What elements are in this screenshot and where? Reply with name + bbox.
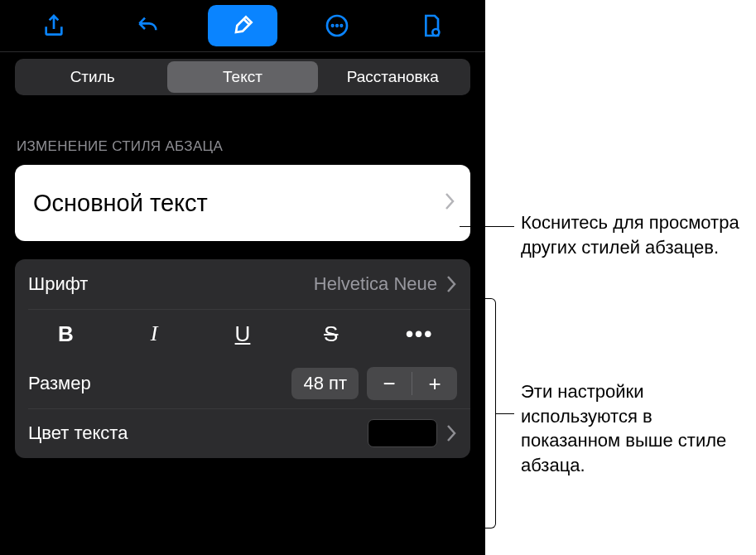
chevron-right-icon: [445, 423, 457, 443]
callout-paragraph-styles: Коснитесь для просмотра других стилей аб…: [521, 210, 744, 259]
share-button[interactable]: [19, 5, 89, 46]
paintbrush-icon: [229, 12, 256, 39]
text-color-swatch[interactable]: [368, 419, 437, 447]
format-buttons-row: B I U S •••: [15, 309, 470, 359]
size-row: Размер 48 пт − +: [15, 359, 470, 408]
text-panel: ИЗМЕНЕНИЕ СТИЛЯ АБЗАЦА Основной текст Шр…: [0, 95, 485, 458]
undo-icon: [135, 12, 161, 39]
chevron-right-icon: [444, 190, 455, 217]
more-circle-icon: [324, 12, 350, 39]
size-label: Размер: [28, 373, 91, 394]
tab-style[interactable]: Стиль: [17, 61, 167, 93]
app-toolbar: [0, 0, 485, 51]
paragraph-style-row[interactable]: Основной текст: [15, 165, 470, 241]
paragraph-style-name: Основной текст: [33, 190, 208, 217]
tab-arrange[interactable]: Расстановка: [318, 61, 468, 93]
callout-leader: [496, 413, 514, 414]
bold-button[interactable]: B: [22, 309, 110, 359]
size-value[interactable]: 48 пт: [291, 368, 359, 399]
format-button[interactable]: [208, 5, 277, 46]
insert-button[interactable]: [302, 5, 372, 46]
svg-point-1: [332, 25, 334, 27]
font-value: Helvetica Neue: [314, 273, 437, 295]
toolbar-divider: [0, 51, 485, 52]
font-row[interactable]: Шрифт Helvetica Neue: [15, 259, 470, 309]
text-properties: Шрифт Helvetica Neue B I U S ••• Размер …: [15, 259, 470, 458]
format-panel: Стиль Текст Расстановка ИЗМЕНЕНИЕ СТИЛЯ …: [0, 0, 485, 555]
more-formatting-button[interactable]: •••: [375, 309, 464, 359]
svg-point-5: [434, 30, 438, 34]
callout-bracket: [484, 298, 496, 528]
strikethrough-button[interactable]: S: [287, 309, 375, 359]
size-stepper: − +: [367, 367, 457, 400]
callout-leader: [460, 226, 514, 227]
italic-button[interactable]: I: [110, 309, 199, 359]
section-label: ИЗМЕНЕНИЕ СТИЛЯ АБЗАЦА: [17, 138, 470, 155]
inspector-tabs: Стиль Текст Расстановка: [15, 59, 470, 95]
share-icon: [41, 12, 67, 39]
chevron-right-icon: [445, 274, 457, 294]
underline-button[interactable]: U: [199, 309, 287, 359]
svg-point-2: [336, 25, 338, 27]
document-options-icon: [418, 12, 445, 39]
font-label: Шрифт: [28, 273, 88, 295]
tab-text[interactable]: Текст: [167, 61, 317, 93]
size-decrease-button[interactable]: −: [367, 367, 412, 400]
text-color-row[interactable]: Цвет текста: [15, 408, 470, 458]
undo-button[interactable]: [113, 5, 183, 46]
size-increase-button[interactable]: +: [412, 367, 457, 400]
svg-point-3: [341, 25, 343, 27]
callout-settings: Эти настройки используются в показанном …: [521, 379, 753, 478]
document-options-button[interactable]: [397, 5, 466, 46]
text-color-label: Цвет текста: [28, 422, 128, 444]
